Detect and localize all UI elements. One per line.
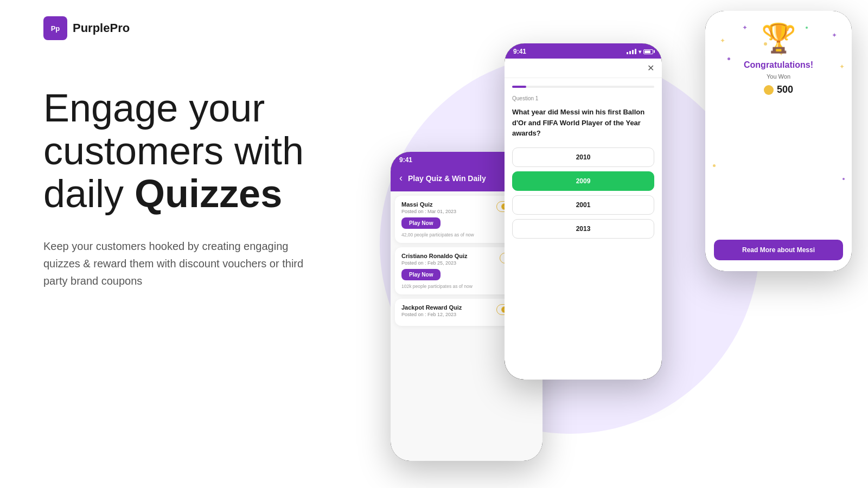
quiz-title-2: Jackpot Reward Quiz bbox=[401, 304, 462, 311]
question-text: What year did Messi win his first Ballon… bbox=[512, 107, 654, 139]
phone-question: 9:41 ▾ ✕ Question 1 W bbox=[505, 43, 662, 380]
quiz-date-0: Posted on : Mar 01, 2023 bbox=[401, 209, 456, 214]
status-icons-question: ▾ bbox=[627, 49, 653, 55]
back-arrow-list[interactable]: ‹ bbox=[399, 172, 403, 184]
question-content: Question 1 What year did Messi win his f… bbox=[505, 78, 662, 380]
logo-box: Pp bbox=[43, 16, 67, 40]
quiz-date-1: Posted on : Feb 25, 2023 bbox=[401, 260, 468, 266]
you-won-text: You Won bbox=[767, 73, 790, 80]
status-time-list: 9:41 bbox=[399, 156, 412, 164]
progress-bar-container bbox=[512, 86, 654, 88]
congrats-content: ✦ ✦ ✦ ✦ ✦ 🏆 Congratulations! You Won 500 bbox=[705, 11, 852, 271]
progress-bar-fill bbox=[512, 86, 526, 88]
signal-bars-q bbox=[627, 49, 636, 54]
read-more-button[interactable]: Read More about Messi bbox=[714, 240, 843, 260]
answer-option-1[interactable]: 2009 bbox=[512, 171, 654, 191]
won-amount-value: 500 bbox=[777, 84, 793, 95]
play-btn-0[interactable]: Play Now bbox=[401, 217, 441, 229]
answer-options: 2010 2009 2001 2013 bbox=[512, 147, 654, 239]
logo-name-bold: Pro bbox=[110, 21, 130, 35]
play-btn-1[interactable]: Play Now bbox=[401, 269, 441, 280]
won-amount: 500 bbox=[764, 84, 793, 95]
logo-name-plain: Purple bbox=[73, 21, 110, 35]
status-bar-question: 9:41 ▾ bbox=[505, 43, 662, 59]
quiz-title-1: Cristiano Ronaldo Quiz bbox=[401, 253, 468, 259]
won-coin-icon bbox=[764, 85, 774, 95]
status-time-question: 9:41 bbox=[513, 48, 526, 55]
participants-0: 42,00 people participates as of now bbox=[401, 232, 474, 237]
answer-option-0[interactable]: 2010 bbox=[512, 147, 654, 167]
close-button[interactable]: ✕ bbox=[647, 63, 654, 73]
hero-title-bold: Quizzes bbox=[135, 172, 282, 215]
wifi-icon-q: ▾ bbox=[639, 49, 641, 55]
header: Pp PurplePro bbox=[43, 16, 130, 40]
battery-icon-q bbox=[643, 49, 653, 54]
quiz-date-2: Posted on : Feb 12, 2023 bbox=[401, 312, 462, 317]
trophy-icon: 🏆 bbox=[761, 22, 796, 55]
question-label: Question 1 bbox=[512, 95, 654, 101]
participants-1: 102k people participates as of now bbox=[401, 284, 473, 289]
logo-abbreviation: Pp bbox=[51, 24, 60, 33]
phone-congrats: ✦ ✦ ✦ ✦ ✦ 🏆 Congratulations! You Won 500 bbox=[705, 11, 852, 271]
answer-option-3[interactable]: 2013 bbox=[512, 219, 654, 239]
answer-option-2[interactable]: 2001 bbox=[512, 195, 654, 215]
congrats-title: Congratulations! bbox=[744, 60, 813, 70]
phones-container: 9:41 ▾ ‹ Play Quiz & Win Daily bbox=[326, 0, 868, 488]
hero-section: Engage your customers with daily Quizzes… bbox=[43, 87, 347, 290]
quiz-title-0: Massi Quiz bbox=[401, 201, 456, 208]
question-phone-header: ✕ bbox=[505, 59, 662, 78]
hero-title: Engage your customers with daily Quizzes bbox=[43, 87, 347, 216]
logo-text: PurplePro bbox=[73, 21, 130, 35]
list-header-title: Play Quiz & Win Daily bbox=[408, 174, 486, 183]
hero-subtitle: Keep your customers hooked by creating e… bbox=[43, 237, 326, 290]
